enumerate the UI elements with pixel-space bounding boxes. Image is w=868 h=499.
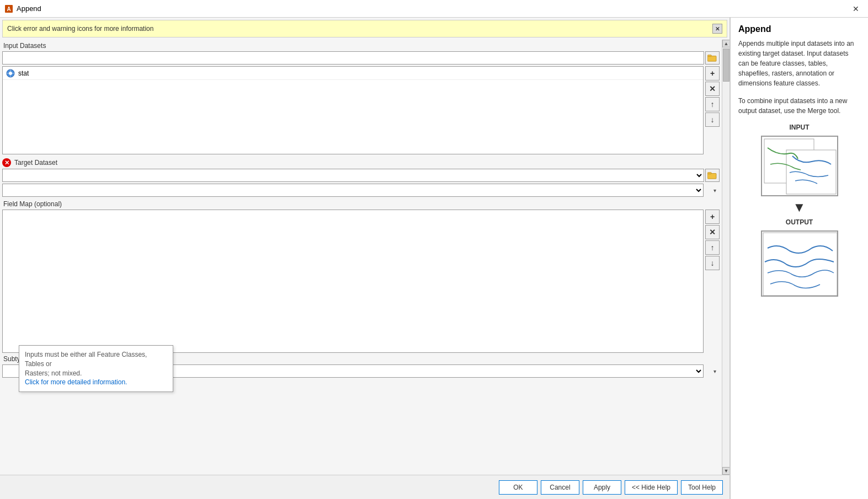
warning-bar-close-button[interactable]: ✕ <box>712 24 722 34</box>
diagram-container: INPUT ▼ OUTPUT <box>738 124 860 297</box>
input-datasets-label: Input Datasets <box>2 42 720 50</box>
input-datasets-text-field[interactable] <box>2 51 704 65</box>
error-tooltip: Inputs must be either all Feature Classe… <box>19 345 173 392</box>
tool-help-button[interactable]: Tool Help <box>681 480 723 495</box>
warning-bar: Click error and warning icons for more i… <box>2 20 727 37</box>
target-dataset-label: Target Dataset <box>13 159 57 167</box>
main-container: Click error and warning icons for more i… <box>0 18 868 499</box>
scroll-up-arrow[interactable]: ▲ <box>722 40 729 47</box>
cancel-button[interactable]: Cancel <box>541 480 579 495</box>
target-dataset-input-row: Inputs must be either all Feature Classe… <box>2 169 720 182</box>
panel-collapse-button[interactable]: ▶ <box>730 250 731 267</box>
input-datasets-add-button[interactable]: + <box>705 66 720 81</box>
hide-help-button[interactable]: << Hide Help <box>625 480 678 495</box>
ok-button[interactable]: OK <box>499 480 537 495</box>
title-bar-close-button[interactable]: ✕ <box>848 1 864 17</box>
apply-button[interactable]: Apply <box>583 480 621 495</box>
field-map-side-buttons: + ✕ ↑ ↓ <box>705 210 720 353</box>
svg-rect-2 <box>707 56 716 62</box>
input-datasets-list-area: stat <box>2 66 704 156</box>
field-map-up-button[interactable]: ↑ <box>705 240 720 255</box>
help-panel-description2: To combine input datasets into a new out… <box>738 96 860 116</box>
svg-text:A: A <box>7 6 10 12</box>
scroll-down-arrow[interactable]: ▼ <box>722 467 729 475</box>
svg-rect-12 <box>763 233 837 296</box>
target-dataset-dropdown[interactable] <box>2 169 704 182</box>
stat-feature-icon <box>6 69 15 78</box>
title-bar: A Append ✕ <box>0 0 868 18</box>
svg-rect-9 <box>707 173 711 174</box>
stat-item-text: stat <box>18 69 29 77</box>
title-bar-text: Append <box>17 4 848 13</box>
field-map-remove-button[interactable]: ✕ <box>705 225 720 239</box>
input-datasets-side-buttons: + ✕ ↑ ↓ <box>705 66 720 156</box>
warning-bar-text: Click error and warning icons for more i… <box>7 25 153 33</box>
input-datasets-remove-button[interactable]: ✕ <box>705 82 720 96</box>
form-scrollbar[interactable]: ▲ ▼ <box>722 40 729 475</box>
svg-rect-8 <box>707 174 716 179</box>
output-diagram-label: OUTPUT <box>786 218 813 226</box>
scroll-track <box>722 47 729 467</box>
tooltip-line3[interactable]: Click for more detailed information. <box>25 378 167 387</box>
help-panel-description1: Appends multiple input datasets into an … <box>738 39 860 88</box>
input-datasets-up-button[interactable]: ↑ <box>705 97 720 111</box>
field-map-label: Field Map (optional) <box>2 200 720 208</box>
diagram-arrow: ▼ <box>793 201 806 214</box>
field-map-area <box>2 210 704 353</box>
field-map-list <box>2 210 704 353</box>
target-dataset-schema-select[interactable] <box>2 184 704 197</box>
output-diagram-box <box>761 230 838 297</box>
field-map-add-button[interactable]: + <box>705 210 720 224</box>
target-dataset-second-row <box>2 184 720 197</box>
app-icon: A <box>4 4 13 13</box>
input-datasets-browse-button[interactable] <box>705 51 720 65</box>
form-content: Input Datasets <box>0 40 722 475</box>
input-datasets-combo: stat + ✕ ↑ ↓ <box>2 66 720 156</box>
list-item[interactable]: stat <box>3 67 703 80</box>
field-map-combo: + ✕ ↑ ↓ <box>2 210 720 353</box>
input-datasets-down-button[interactable]: ↓ <box>705 112 720 127</box>
left-panel: Click error and warning icons for more i… <box>0 18 730 499</box>
input-datasets-input-row <box>2 51 720 65</box>
field-map-down-button[interactable]: ↓ <box>705 256 720 270</box>
target-dataset-header: ✕ Target Dataset <box>2 158 720 167</box>
input-diagram-label: INPUT <box>790 124 810 131</box>
svg-rect-3 <box>707 55 711 57</box>
target-dataset-browse-button[interactable] <box>705 169 720 182</box>
help-panel-title: Append <box>738 24 860 34</box>
scroll-thumb[interactable] <box>723 49 729 82</box>
bottom-bar: OK Cancel Apply << Hide Help Tool Help <box>0 475 729 499</box>
input-datasets-list: stat <box>2 66 704 154</box>
right-panel: ▶ Append Appends multiple input datasets… <box>730 18 868 499</box>
input-diagram-box <box>761 136 838 196</box>
tooltip-line1: Inputs must be either all Feature Classe… <box>25 350 167 369</box>
tooltip-line2: Rasters; not mixed. <box>25 369 167 378</box>
target-dataset-error-icon[interactable]: ✕ <box>2 158 11 167</box>
